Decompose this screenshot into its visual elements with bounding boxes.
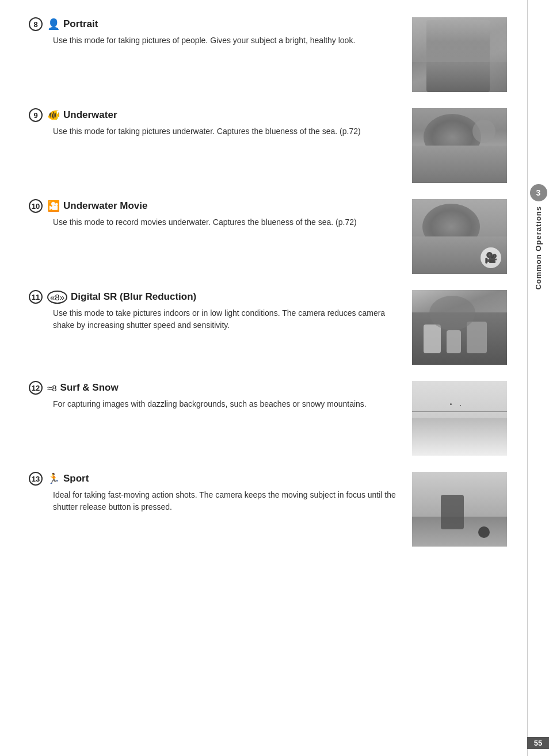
movie-camera-icon: 🎥 <box>481 247 501 268</box>
portrait-title: Portrait <box>63 18 98 30</box>
underwater-movie-icon: 🎦 <box>47 200 60 212</box>
entry-underwater-header: 9 🐠 Underwater <box>29 108 401 122</box>
sport-photo-placeholder <box>412 472 507 547</box>
entry-surf-snow-left: 12 ≈8 Surf & Snow For capturing images w… <box>29 381 412 410</box>
surf-snow-photo-placeholder <box>412 381 507 456</box>
underwater-movie-photo-placeholder: 🎥 <box>412 199 507 274</box>
sport-title: Sport <box>63 473 89 484</box>
entry-digital-sr-header: 11 «8» Digital SR (Blur Reduction) <box>29 290 401 304</box>
entry-13-num: 13 <box>29 472 43 486</box>
entry-digital-sr: 11 «8» Digital SR (Blur Reduction) Use t… <box>29 290 510 365</box>
entry-underwater-movie-header: 10 🎦 Underwater Movie <box>29 199 401 213</box>
entry-12-num: 12 <box>29 381 43 395</box>
underwater-movie-title: Underwater Movie <box>63 200 147 212</box>
digital-sr-photo-placeholder <box>412 290 507 365</box>
entry-surf-snow-photo <box>412 381 510 456</box>
entry-sport-photo <box>412 472 510 547</box>
underwater-photo-placeholder <box>412 108 507 183</box>
digital-sr-body: Use this mode to take pictures indoors o… <box>53 307 401 331</box>
entry-surf-snow: 12 ≈8 Surf & Snow For capturing images w… <box>29 381 510 456</box>
portrait-body: Use this mode for taking pictures of peo… <box>53 35 401 47</box>
underwater-movie-body: Use this mode to record movies underwate… <box>53 216 401 228</box>
horizon-line <box>412 411 507 412</box>
entry-8-num: 8 <box>29 17 43 31</box>
portrait-icon: 👤 <box>47 18 60 30</box>
surf-snow-body: For capturing images with dazzling backg… <box>53 398 401 410</box>
entry-portrait-header: 8 👤 Portrait <box>29 17 401 31</box>
entry-surf-snow-header: 12 ≈8 Surf & Snow <box>29 381 401 395</box>
underwater-title: Underwater <box>63 109 117 121</box>
entry-sport-header: 13 🏃 Sport <box>29 472 401 486</box>
entry-portrait: 8 👤 Portrait Use this mode for taking pi… <box>29 17 510 92</box>
page-number: 55 <box>527 737 549 749</box>
entry-underwater-movie-photo: 🎥 <box>412 199 510 274</box>
tab-number: 3 <box>530 184 547 201</box>
sport-icon: 🏃 <box>47 472 60 485</box>
surf-snow-title: Surf & Snow <box>60 382 119 394</box>
surf-snow-icon: ≈8 <box>47 383 57 393</box>
entry-underwater-movie-left: 10 🎦 Underwater Movie Use this mode to r… <box>29 199 412 228</box>
entry-underwater-movie: 10 🎦 Underwater Movie Use this mode to r… <box>29 199 510 274</box>
digital-sr-icon: «8» <box>47 291 67 304</box>
underwater-body: Use this mode for taking pictures underw… <box>53 125 401 138</box>
underwater-icon: 🐠 <box>47 109 60 121</box>
entry-underwater-photo <box>412 108 510 183</box>
entry-11-num: 11 <box>29 290 43 304</box>
digital-sr-title: Digital SR (Blur Reduction) <box>71 291 196 303</box>
entry-underwater-left: 9 🐠 Underwater Use this mode for taking … <box>29 108 412 138</box>
main-content: 8 👤 Portrait Use this mode for taking pi… <box>0 0 527 756</box>
entry-portrait-photo <box>412 17 510 92</box>
sport-body: Ideal for taking fast-moving action shot… <box>53 489 401 513</box>
entry-9-num: 9 <box>29 108 43 122</box>
entry-sport-left: 13 🏃 Sport Ideal for taking fast-moving … <box>29 472 412 513</box>
tab-label: Common Operations <box>534 206 543 290</box>
portrait-photo-placeholder <box>412 17 507 92</box>
entry-sport: 13 🏃 Sport Ideal for taking fast-moving … <box>29 472 510 547</box>
entry-digital-sr-photo <box>412 290 510 365</box>
entry-portrait-left: 8 👤 Portrait Use this mode for taking pi… <box>29 17 412 47</box>
entry-underwater: 9 🐠 Underwater Use this mode for taking … <box>29 108 510 183</box>
entry-digital-sr-left: 11 «8» Digital SR (Blur Reduction) Use t… <box>29 290 412 331</box>
right-tab: 3 Common Operations 55 <box>527 0 549 756</box>
entry-10-num: 10 <box>29 199 43 213</box>
page-container: 8 👤 Portrait Use this mode for taking pi… <box>0 0 549 756</box>
